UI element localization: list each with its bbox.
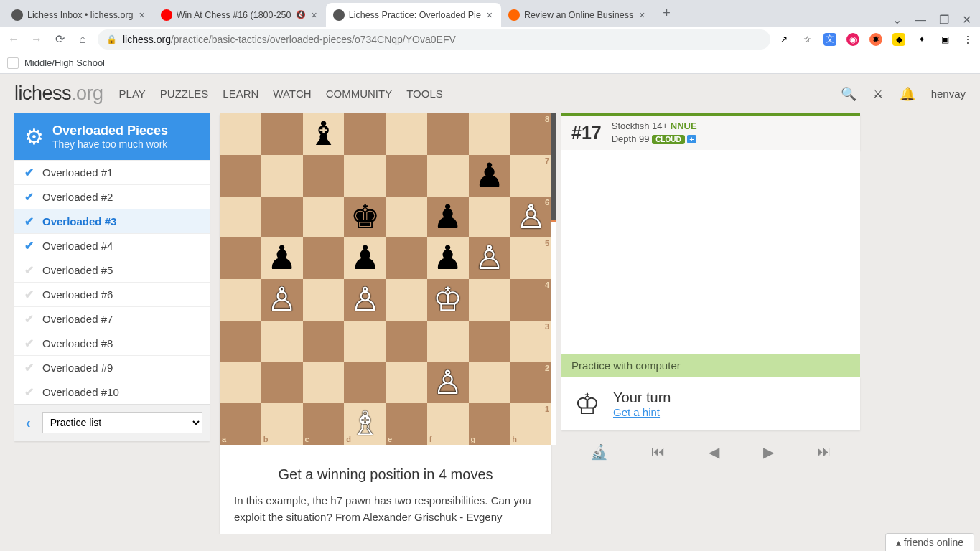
- square-a5[interactable]: [220, 237, 261, 279]
- nav-item[interactable]: LEARN: [223, 88, 258, 100]
- menu-dots-icon[interactable]: ⋮: [961, 33, 974, 46]
- square-c7[interactable]: [303, 155, 345, 197]
- close-tab-icon[interactable]: ×: [485, 9, 494, 21]
- nav-item[interactable]: PLAY: [119, 88, 146, 100]
- sidepanel-icon[interactable]: ▣: [938, 33, 951, 46]
- mute-icon[interactable]: 🔇: [296, 10, 306, 19]
- nav-item[interactable]: TOOLS: [406, 88, 443, 100]
- browser-tab[interactable]: Lichess Inbox • lichess.org ×: [4, 3, 154, 27]
- square-h8[interactable]: 8: [510, 113, 551, 155]
- piece-f4[interactable]: ♔: [427, 279, 469, 321]
- square-c3[interactable]: [303, 321, 345, 362]
- square-e4[interactable]: [386, 279, 427, 321]
- piece-f2[interactable]: ♙: [427, 362, 469, 404]
- square-b8[interactable]: [261, 113, 303, 155]
- square-a1[interactable]: a: [220, 403, 261, 445]
- piece-h6[interactable]: ♙: [510, 197, 551, 238]
- square-a6[interactable]: [220, 197, 261, 238]
- square-a2[interactable]: [220, 362, 261, 404]
- square-e7[interactable]: [386, 155, 427, 197]
- bell-icon[interactable]: 🔔: [900, 86, 915, 102]
- square-d7[interactable]: [344, 155, 386, 197]
- challenge-icon[interactable]: ⚔: [872, 86, 884, 102]
- forward-button[interactable]: →: [29, 33, 45, 46]
- square-e3[interactable]: [386, 321, 427, 362]
- square-f1[interactable]: f: [427, 403, 469, 445]
- nav-item[interactable]: PUZZLES: [160, 88, 209, 100]
- friends-box[interactable]: ▴ friends online: [885, 533, 974, 534]
- puzzle-list-item[interactable]: ✔Overloaded #9: [14, 355, 210, 380]
- square-g2[interactable]: [469, 362, 510, 404]
- square-e8[interactable]: [386, 113, 427, 155]
- analysis-icon[interactable]: 🔬: [590, 443, 608, 461]
- square-h1[interactable]: 1h: [510, 403, 551, 445]
- puzzle-list-item[interactable]: ✔Overloaded #5: [14, 258, 210, 282]
- engine-nnue[interactable]: NNUE: [671, 121, 697, 131]
- nav-item[interactable]: COMMUNITY: [326, 88, 393, 100]
- square-c1[interactable]: c: [303, 403, 345, 445]
- home-button[interactable]: ⌂: [75, 33, 90, 46]
- square-e2[interactable]: [386, 362, 427, 404]
- square-b2[interactable]: [261, 362, 303, 404]
- site-logo[interactable]: lichess.org: [14, 83, 103, 105]
- star-icon[interactable]: ☆: [801, 33, 813, 46]
- square-g4[interactable]: [469, 279, 510, 321]
- square-c6[interactable]: [303, 197, 345, 238]
- piece-g7[interactable]: ♟: [469, 155, 510, 197]
- square-a7[interactable]: [220, 155, 261, 197]
- get-hint-link[interactable]: Get a hint: [613, 406, 660, 418]
- puzzle-list-item[interactable]: ✔Overloaded #10: [14, 380, 210, 404]
- practice-list-select[interactable]: Practice list: [42, 412, 202, 433]
- username[interactable]: henvay: [931, 88, 966, 100]
- square-b7[interactable]: [261, 155, 303, 197]
- ext-icon-translate[interactable]: 文: [823, 33, 836, 46]
- piece-d1[interactable]: ♗: [344, 403, 386, 445]
- square-b6[interactable]: [261, 197, 303, 238]
- square-a4[interactable]: [220, 279, 261, 321]
- search-icon[interactable]: 🔍: [841, 86, 857, 102]
- square-f8[interactable]: [427, 113, 469, 155]
- square-h4[interactable]: 4: [510, 279, 551, 321]
- square-g1[interactable]: g: [469, 403, 510, 445]
- piece-f5[interactable]: ♟: [427, 237, 469, 279]
- square-h2[interactable]: 2: [510, 362, 551, 404]
- square-g8[interactable]: [469, 113, 510, 155]
- square-a3[interactable]: [220, 321, 261, 362]
- square-h5[interactable]: 5: [510, 237, 551, 279]
- puzzle-list-item[interactable]: ✔Overloaded #1: [14, 160, 210, 184]
- last-move-button[interactable]: ⏭: [817, 443, 831, 461]
- square-d2[interactable]: [344, 362, 386, 404]
- minimize-icon[interactable]: —: [915, 14, 926, 27]
- next-move-button[interactable]: ▶: [763, 443, 774, 461]
- square-d3[interactable]: [344, 321, 386, 362]
- url-box[interactable]: 🔒 lichess.org/practice/basic-tactics/ove…: [98, 29, 770, 50]
- close-tab-icon[interactable]: ×: [310, 9, 319, 21]
- square-a8[interactable]: [220, 113, 261, 155]
- square-e6[interactable]: [386, 197, 427, 238]
- piece-d5[interactable]: ♟: [344, 237, 386, 279]
- square-f7[interactable]: [427, 155, 469, 197]
- bookmark-link[interactable]: Middle/High School: [24, 57, 105, 68]
- first-move-button[interactable]: ⏮: [651, 443, 666, 461]
- piece-f6[interactable]: ♟: [427, 197, 469, 238]
- chess-board[interactable]: 8765432abcdefg1h♝♟♚♟♙♟♟♟♙♙♙♔♙♗: [220, 113, 551, 445]
- back-button[interactable]: ←: [6, 33, 22, 46]
- chevron-down-icon[interactable]: ⌄: [892, 13, 902, 27]
- browser-tab[interactable]: Lichess Practice: Overloaded Pie ×: [326, 3, 501, 27]
- square-f3[interactable]: [427, 321, 469, 362]
- engine-plus-button[interactable]: +: [687, 135, 696, 143]
- close-window-icon[interactable]: ✕: [962, 13, 971, 27]
- puzzle-list-item[interactable]: ✔Overloaded #2: [14, 184, 210, 209]
- ext-icon-yellow[interactable]: ◆: [892, 33, 905, 46]
- prev-move-button[interactable]: ◀: [709, 443, 719, 461]
- piece-b4[interactable]: ♙: [261, 279, 303, 321]
- puzzle-list-item[interactable]: ✔Overloaded #4: [14, 233, 210, 258]
- square-b3[interactable]: [261, 321, 303, 362]
- puzzle-list-item[interactable]: ✔Overloaded #7: [14, 306, 210, 331]
- square-c4[interactable]: [303, 279, 345, 321]
- extensions-menu-icon[interactable]: ✦: [915, 33, 928, 46]
- new-tab-button[interactable]: +: [656, 6, 676, 21]
- browser-tab[interactable]: Win At Chess #16 (1800-250 🔇 ×: [154, 3, 326, 27]
- back-icon[interactable]: ‹: [22, 415, 35, 431]
- square-d8[interactable]: [344, 113, 386, 155]
